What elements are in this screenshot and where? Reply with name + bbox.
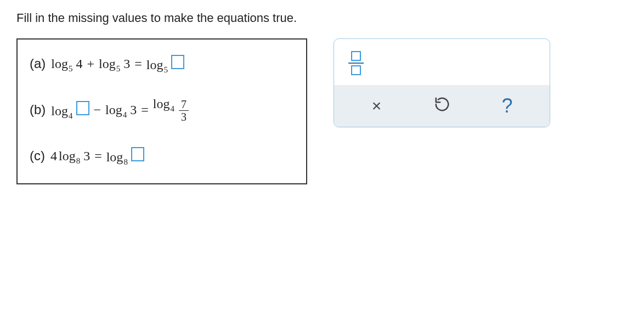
log-base: 5 <box>69 64 73 74</box>
clear-button[interactable]: × <box>344 94 409 118</box>
log-word: log <box>59 149 76 164</box>
log-base: 8 <box>123 158 128 167</box>
actions-row: × ? <box>334 85 550 127</box>
help-icon: ? <box>501 94 512 117</box>
log-word: log <box>153 97 170 111</box>
fraction-tool-button[interactable] <box>348 51 364 75</box>
close-icon: × <box>372 97 382 115</box>
problem-b: (b) log 4 − log 4 3 = log 4 7 3 <box>30 97 294 123</box>
log-word: log <box>105 103 122 117</box>
log-base: 5 <box>116 64 121 74</box>
instructions-text: Fill in the missing values to make the e… <box>16 11 628 25</box>
log-base: 4 <box>170 104 174 114</box>
log-word: log <box>99 57 116 71</box>
problem-c-term1: log 8 3 <box>59 149 90 164</box>
fraction-tool-bottom-box-icon <box>351 65 361 75</box>
fraction-7-3: 7 3 <box>179 98 189 123</box>
problem-a: (a) log 5 4 + log 5 3 = log 5 <box>30 55 294 72</box>
log-word: log <box>146 58 163 72</box>
operator-equals: = <box>141 103 149 117</box>
content-row: (a) log 5 4 + log 5 3 = log 5 (b) lo <box>16 38 628 184</box>
coefficient: 4 <box>50 149 57 164</box>
log-base: 5 <box>163 65 168 75</box>
problem-b-label: (b) <box>30 102 46 117</box>
fraction-numerator: 7 <box>179 98 189 111</box>
log-base: 4 <box>123 110 127 120</box>
fraction-tool-bar-icon <box>348 63 364 64</box>
problem-c: (c) 4 log 8 3 = log 8 <box>30 147 294 165</box>
log-arg: 3 <box>123 57 130 71</box>
problem-a-term1: log 5 4 <box>51 57 82 71</box>
problem-b-term3: log 4 7 3 <box>153 97 189 123</box>
problem-a-label: (a) <box>30 56 46 71</box>
log-base: 8 <box>76 156 81 166</box>
answer-input-a[interactable] <box>171 55 184 69</box>
problem-c-label: (c) <box>30 148 45 164</box>
problem-box: (a) log 5 4 + log 5 3 = log 5 (b) lo <box>16 38 307 184</box>
operator-equals: = <box>134 57 142 71</box>
answer-input-c[interactable] <box>131 147 144 161</box>
log-word: log <box>106 150 123 165</box>
answer-input-b[interactable] <box>76 101 89 115</box>
fraction-tool-top-box-icon <box>351 51 361 61</box>
operator-plus: + <box>87 57 95 71</box>
help-button[interactable]: ? <box>474 94 540 118</box>
problem-b-term2: log 4 3 <box>105 103 137 117</box>
operator-equals: = <box>94 149 102 164</box>
log-arg: 4 <box>76 57 83 71</box>
tool-panel: × ? <box>334 38 550 127</box>
log-word: log <box>51 104 68 119</box>
reset-button[interactable] <box>409 94 474 118</box>
problem-a-term2: log 5 3 <box>99 57 130 71</box>
palette-row <box>334 39 550 85</box>
fraction-denominator: 3 <box>179 111 189 123</box>
log-base: 4 <box>69 111 73 121</box>
operator-minus: − <box>94 103 101 117</box>
log-arg: 3 <box>130 103 137 117</box>
reset-icon <box>434 96 450 116</box>
problem-b-term1: log 4 <box>51 101 89 119</box>
log-word: log <box>51 57 68 71</box>
problem-c-term2: log 8 <box>106 147 144 165</box>
log-arg: 3 <box>83 149 90 164</box>
problem-a-term3: log 5 <box>146 55 184 72</box>
